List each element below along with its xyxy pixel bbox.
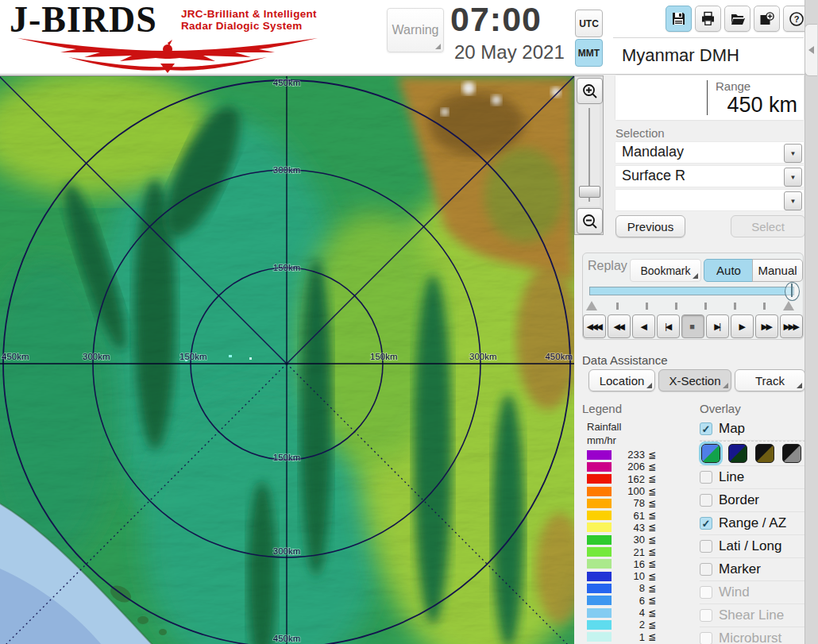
checkbox-border[interactable] xyxy=(700,494,712,507)
legend-swatch xyxy=(587,487,612,496)
auto-mode-button[interactable]: Auto xyxy=(704,259,754,282)
legend-swatch xyxy=(587,547,612,557)
overlay-item-wind: Wind xyxy=(700,581,805,604)
overlay-item-map[interactable]: ✓Map xyxy=(700,418,805,441)
checkbox-map[interactable]: ✓ xyxy=(700,422,712,435)
option-dropdown[interactable]: ▼ xyxy=(615,190,804,210)
product-dropdown-arrow-icon[interactable]: ▼ xyxy=(784,168,802,187)
timeline-tick xyxy=(646,303,648,310)
legend-swatch xyxy=(587,523,612,532)
overlay-item-marker[interactable]: Marker xyxy=(700,558,805,581)
timeline-tick xyxy=(763,303,766,310)
print-icon xyxy=(700,11,716,26)
panel-edge-strip xyxy=(804,0,818,644)
checkbox-lati-long[interactable] xyxy=(700,540,712,553)
zoom-slider-thumb[interactable] xyxy=(579,186,600,198)
timezone-mmt-button[interactable]: MMT xyxy=(575,39,603,67)
range-value: 450 km xyxy=(727,93,797,118)
track-label: Track xyxy=(755,374,785,388)
step-forward-button[interactable]: ▶| xyxy=(706,314,729,338)
replay-timeline-handle[interactable] xyxy=(785,282,800,301)
zoom-out-button[interactable] xyxy=(577,208,603,234)
previous-button[interactable]: Previous xyxy=(615,215,685,237)
map-style-black-gray[interactable] xyxy=(782,444,801,463)
legend-swatch xyxy=(587,499,612,508)
legend-swatch xyxy=(587,511,612,520)
site-dropdown[interactable]: Mandalay ▼ xyxy=(615,142,804,163)
legend-lte-symbol: ≦ xyxy=(648,498,656,509)
data-assistance-label: Data Assistance xyxy=(582,353,668,367)
legend-lte-symbol: ≦ xyxy=(648,534,656,546)
site-dropdown-arrow-icon[interactable]: ▼ xyxy=(784,144,802,163)
rewind-fast-button[interactable]: ◀◀◀ xyxy=(583,314,606,338)
legend-lte-symbol: ≦ xyxy=(648,522,656,533)
location-button[interactable]: Location xyxy=(588,369,655,391)
bookmark-button[interactable]: Bookmark xyxy=(630,259,701,282)
map-style-blue-green[interactable] xyxy=(701,444,720,463)
timeline-tick xyxy=(704,303,707,310)
help-icon: ? xyxy=(789,11,804,27)
legend-swatch xyxy=(587,535,612,545)
replay-timeline-track[interactable] xyxy=(589,287,794,295)
x-section-button[interactable]: X-Section xyxy=(658,369,731,391)
overlay-item-line[interactable]: Line xyxy=(700,466,805,489)
legend-row-206: 206≦ xyxy=(587,461,674,472)
track-button[interactable]: Track xyxy=(735,369,805,391)
legend-lte-symbol: ≦ xyxy=(648,510,656,521)
manual-mode-button[interactable]: Manual xyxy=(752,259,803,282)
svg-text:?: ? xyxy=(793,14,799,24)
legend-row-43: 43≦ xyxy=(587,522,674,534)
location-label: Location xyxy=(600,374,645,388)
legend-value: 206 xyxy=(612,461,645,472)
timezone-utc-button[interactable]: UTC xyxy=(575,10,603,37)
overlay-item-border[interactable]: Border xyxy=(700,489,805,512)
legend-swatch xyxy=(587,559,612,569)
selection-label: Selection xyxy=(615,126,665,140)
checkbox-line[interactable] xyxy=(700,471,712,484)
play-button[interactable]: ▶ xyxy=(731,314,754,338)
checkbox-marker[interactable] xyxy=(700,563,712,576)
print-button[interactable] xyxy=(695,6,721,32)
legend-value: 78 xyxy=(612,497,645,509)
save-button[interactable] xyxy=(666,6,692,32)
station-name: Myanmar DMH xyxy=(622,45,739,66)
forward-fast-button[interactable]: ▶▶▶ xyxy=(780,314,803,338)
warning-button[interactable]: Warning xyxy=(387,8,444,52)
timeline-end-marker[interactable] xyxy=(783,301,794,310)
legend-swatch xyxy=(587,450,612,460)
overlay-item-lati-long[interactable]: Lati / Long xyxy=(700,535,805,558)
panel-collapse-tab[interactable] xyxy=(804,24,817,76)
legend-row-30: 30≦ xyxy=(587,534,674,546)
product-dropdown[interactable]: Surface R ▼ xyxy=(615,166,804,187)
option-dropdown-arrow-icon[interactable]: ▼ xyxy=(784,191,802,210)
snapshot-button[interactable] xyxy=(754,6,780,32)
zoom-slider[interactable] xyxy=(578,105,600,206)
radar-map[interactable]: 450km300km150km150km300km450km450km300km… xyxy=(0,75,574,644)
select-button[interactable]: Select xyxy=(731,215,805,237)
zoom-out-icon xyxy=(581,213,599,230)
auto-label: Auto xyxy=(716,264,741,277)
overlay-item-range-az[interactable]: ✓Range / AZ xyxy=(700,512,805,535)
forward-button[interactable]: ▶▶ xyxy=(755,314,778,338)
overlay-item-label: Map xyxy=(719,421,745,437)
timeline-start-marker[interactable] xyxy=(586,301,597,310)
map-style-black-olive[interactable] xyxy=(755,444,774,463)
range-ring-label: 150km xyxy=(273,263,301,272)
map-style-navy-darkgreen[interactable] xyxy=(728,444,747,463)
station-name-field[interactable]: Myanmar DMH xyxy=(615,41,810,70)
mmt-label: MMT xyxy=(578,48,600,59)
zoom-in-button[interactable] xyxy=(577,78,603,104)
rewind-button[interactable]: ◀◀ xyxy=(608,314,631,338)
range-display: Range 450 km xyxy=(615,75,804,120)
step-back-button[interactable]: |◀ xyxy=(657,314,680,338)
legend-lte-symbol: ≦ xyxy=(648,619,656,631)
legend-unit: mm/hr xyxy=(587,434,616,446)
back-button[interactable]: ◀ xyxy=(632,314,655,338)
open-folder-button[interactable] xyxy=(724,6,750,32)
jbirds-window: J-BIRDS JRC-Brilliant & Intelligent Rada… xyxy=(0,0,818,644)
bookmark-label: Bookmark xyxy=(640,264,690,277)
toolbar: ? xyxy=(666,6,809,32)
site-dropdown-value: Mandalay xyxy=(622,144,684,160)
checkbox-range-az[interactable]: ✓ xyxy=(700,517,712,530)
stop-button[interactable]: ■ xyxy=(681,314,704,338)
